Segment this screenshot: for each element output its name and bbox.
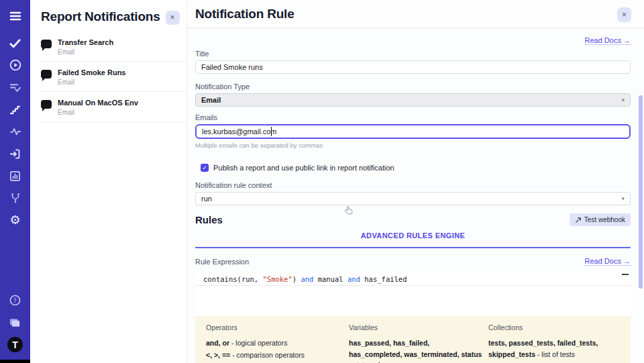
close-rule-button[interactable]: × bbox=[617, 7, 631, 22]
rule-form: Read Docs → Title Notification Type Emai… bbox=[186, 28, 644, 363]
title-label: Title bbox=[195, 50, 631, 58]
chat-bubble-icon bbox=[41, 100, 52, 109]
gear-icon[interactable]: ⚙ bbox=[8, 213, 23, 227]
menu-icon[interactable] bbox=[8, 9, 23, 23]
list-divider bbox=[40, 121, 186, 122]
help-keywords: and, or bbox=[206, 339, 229, 347]
notification-title: Manual On MacOS Env bbox=[58, 98, 180, 107]
panel-title: Report Notifications bbox=[41, 9, 160, 24]
publish-report-label: Publish a report and use public link in … bbox=[213, 164, 394, 172]
panel-header: Report Notifications × bbox=[30, 0, 186, 32]
help-desc: - list of tests bbox=[535, 350, 575, 358]
sidebar: ⚙ ? T bbox=[0, 0, 30, 363]
title-input[interactable] bbox=[195, 60, 631, 74]
notification-rule-panel: Notification Rule × Read Docs → Title No… bbox=[186, 0, 644, 363]
emails-label: Emails bbox=[195, 113, 631, 121]
context-value: run bbox=[201, 195, 212, 203]
close-panel-button[interactable]: × bbox=[166, 11, 180, 25]
emails-field-wrap bbox=[195, 124, 631, 139]
docs-row: Read Docs → bbox=[195, 34, 631, 43]
help-column-variables: Variables has_passed, has_failed, has_co… bbox=[349, 323, 483, 363]
branch-icon[interactable] bbox=[8, 191, 23, 205]
read-docs-link[interactable]: Read Docs → bbox=[585, 36, 631, 45]
test-webhook-label: Test webhook bbox=[584, 216, 625, 223]
code-token: manual bbox=[313, 275, 347, 283]
notification-channel: Email bbox=[58, 79, 180, 86]
help-column-collections: Collections tests, passed_tests, failed_… bbox=[488, 323, 620, 363]
help-item: has_passed, has_failed, has_completed, w… bbox=[349, 338, 483, 363]
sidebar-bottom: ? T bbox=[7, 293, 23, 356]
help-desc: - comparison operators bbox=[230, 351, 305, 359]
list-check-icon[interactable] bbox=[8, 80, 23, 95]
help-icon[interactable]: ? bbox=[8, 293, 23, 307]
expression-row: Rule Expression Read Docs → bbox=[195, 257, 631, 266]
rules-heading: Rules bbox=[195, 214, 223, 225]
test-webhook-button[interactable]: Test webhook bbox=[570, 213, 631, 226]
expression-help-panel: Operators and, or - logical operators <,… bbox=[195, 316, 631, 363]
webhook-arrows-icon bbox=[575, 217, 582, 223]
report-notifications-panel: Report Notifications × Transfer Search E… bbox=[30, 0, 186, 363]
chevron-down-icon: ▾ bbox=[621, 195, 625, 202]
read-docs-link[interactable]: Read Docs → bbox=[585, 257, 631, 266]
rule-expression-editor[interactable]: contains(run, "Smoke") and manual and ha… bbox=[195, 271, 631, 316]
notification-channel: Email bbox=[58, 48, 180, 56]
page-title: Notification Rule bbox=[195, 7, 294, 21]
checkbox-checked-icon[interactable] bbox=[201, 164, 209, 172]
library-icon[interactable] bbox=[8, 315, 23, 329]
help-keywords: has_passed, has_failed, has_completed, w… bbox=[349, 339, 482, 358]
notification-type-select[interactable]: Email ▾ bbox=[195, 93, 631, 107]
window-corner bbox=[0, 360, 30, 363]
vertical-scrollbar[interactable] bbox=[639, 95, 643, 289]
svg-text:?: ? bbox=[13, 297, 17, 303]
check-icon[interactable] bbox=[8, 36, 23, 50]
bar-chart-icon[interactable] bbox=[8, 168, 23, 183]
chat-bubble-icon bbox=[41, 70, 52, 79]
notification-list-item[interactable]: Transfer Search Email bbox=[30, 32, 186, 61]
notification-type-value: Email bbox=[201, 96, 221, 104]
code-token-keyword: and bbox=[347, 275, 360, 283]
text-caret bbox=[271, 127, 272, 136]
app-root: ⚙ ? T Report Notifications × Transfer Se… bbox=[0, 0, 644, 363]
help-column-title: Operators bbox=[206, 323, 343, 331]
notification-channel: Email bbox=[58, 109, 180, 116]
emails-input[interactable] bbox=[195, 124, 631, 139]
code-token: contains(run, bbox=[203, 275, 263, 283]
code-token-string: "Smoke" bbox=[263, 275, 292, 283]
help-column-title: Variables bbox=[349, 323, 483, 331]
app-logo[interactable]: T bbox=[7, 337, 23, 352]
help-item: and, or - logical operators bbox=[206, 338, 343, 349]
logo-letter: T bbox=[12, 340, 18, 350]
notification-list-item[interactable]: Manual On MacOS Env Email bbox=[30, 92, 186, 121]
help-keywords: <, >, == bbox=[206, 351, 230, 359]
code-token: ) bbox=[292, 275, 301, 283]
editor-resize-handle[interactable] bbox=[622, 274, 629, 275]
help-item: failed_tests.size - number of items in c… bbox=[488, 360, 620, 363]
notification-title: Transfer Search bbox=[58, 38, 180, 47]
activity-icon[interactable] bbox=[8, 124, 23, 139]
publish-report-checkbox-row[interactable]: Publish a report and use public link in … bbox=[201, 164, 631, 172]
context-select[interactable]: run ▾ bbox=[195, 192, 631, 205]
emails-helper-text: Multiple emails can be separated by comm… bbox=[195, 142, 631, 149]
import-icon[interactable] bbox=[8, 146, 23, 161]
rule-expression-label: Rule Expression bbox=[195, 258, 249, 266]
help-column-title: Collections bbox=[488, 323, 620, 331]
rules-tab-bar: ADVANCED RULES ENGINE bbox=[195, 229, 631, 248]
rules-row: Rules Test webhook bbox=[195, 213, 631, 226]
rule-expression-code[interactable]: contains(run, "Smoke") and manual and ha… bbox=[195, 271, 631, 286]
notification-list-item[interactable]: Failed Smoke Runs Email bbox=[30, 62, 186, 91]
help-item: tests, passed_tests, failed_tests, skipp… bbox=[488, 338, 620, 360]
rule-header: Notification Rule × bbox=[186, 0, 644, 28]
help-item: <, >, == - comparison operators bbox=[206, 350, 343, 361]
play-circle-icon[interactable] bbox=[8, 58, 23, 72]
notification-title: Failed Smoke Runs bbox=[58, 68, 180, 77]
tab-advanced-rules-engine[interactable]: ADVANCED RULES ENGINE bbox=[361, 231, 466, 240]
code-token: has_failed bbox=[360, 275, 407, 283]
context-label: Notification rule context bbox=[195, 181, 631, 189]
chevron-down-icon: ▾ bbox=[621, 97, 625, 103]
help-column-operators: Operators and, or - logical operators <,… bbox=[206, 323, 343, 363]
notification-type-label: Notification Type bbox=[195, 83, 631, 91]
help-desc: - logical operators bbox=[229, 339, 287, 347]
chat-bubble-icon bbox=[41, 40, 52, 48]
steps-icon[interactable] bbox=[8, 102, 23, 117]
code-token-keyword: and bbox=[301, 275, 313, 283]
